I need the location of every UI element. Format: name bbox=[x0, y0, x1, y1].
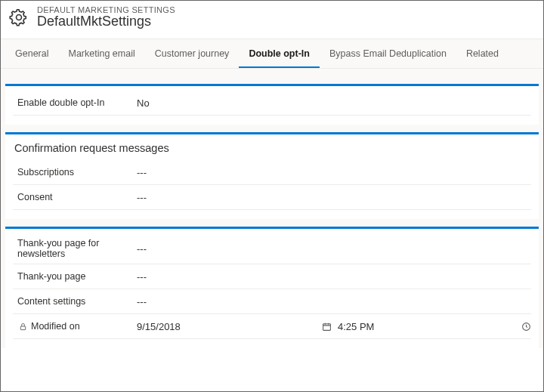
gear-icon bbox=[8, 7, 29, 28]
field-label: Thank-you page for newsletters bbox=[13, 238, 126, 259]
modified-date-value: 9/15/2018 bbox=[137, 321, 181, 332]
tab-marketing-email[interactable]: Marketing email bbox=[58, 39, 144, 68]
tab-bypass-email-dedup[interactable]: Bypass Email Deduplication bbox=[320, 39, 456, 68]
section-confirmation-messages: Confirmation request messages Subscripti… bbox=[5, 132, 539, 219]
field-value: --- bbox=[126, 296, 531, 307]
field-label: Modified on bbox=[13, 321, 126, 332]
svg-point-0 bbox=[17, 15, 22, 20]
field-subscriptions[interactable]: Subscriptions --- bbox=[13, 160, 531, 185]
field-label: Content settings bbox=[13, 296, 126, 307]
field-consent[interactable]: Consent --- bbox=[13, 185, 531, 210]
field-value: --- bbox=[126, 243, 531, 255]
modified-time-value: 4:25 PM bbox=[338, 321, 374, 332]
field-value: No bbox=[126, 97, 531, 109]
tab-double-opt-in[interactable]: Double opt-In bbox=[239, 39, 320, 68]
tab-related[interactable]: Related bbox=[456, 39, 508, 68]
section-pages: Thank-you page for newsletters --- Thank… bbox=[5, 227, 539, 348]
field-label: Enable double opt-In bbox=[13, 97, 126, 108]
field-value: --- bbox=[126, 192, 531, 203]
field-value: --- bbox=[126, 167, 531, 178]
section-double-opt-in: Enable double opt-In No bbox=[5, 84, 539, 125]
section-title: Confirmation request messages bbox=[13, 139, 531, 160]
field-label: Thank-you page bbox=[13, 271, 126, 282]
field-label: Consent bbox=[13, 192, 126, 202]
calendar-icon bbox=[321, 321, 332, 332]
field-thank-you-page[interactable]: Thank-you page --- bbox=[13, 264, 531, 289]
tab-bar: GeneralMarketing emailCustomer journeyDo… bbox=[1, 39, 543, 69]
lock-icon bbox=[17, 321, 28, 332]
field-label-text: Modified on bbox=[31, 321, 80, 332]
field-content-settings[interactable]: Content settings --- bbox=[13, 289, 531, 314]
tab-general[interactable]: General bbox=[5, 39, 58, 68]
field-enable-double-opt-in[interactable]: Enable double opt-In No bbox=[13, 91, 531, 116]
field-thank-you-newsletters[interactable]: Thank-you page for newsletters --- bbox=[13, 233, 531, 264]
page-header: DEFAULT MARKETING SETTINGS DefaultMktSet… bbox=[1, 1, 543, 39]
page-title: DefaultMktSettings bbox=[37, 14, 175, 29]
field-label: Subscriptions bbox=[13, 167, 126, 177]
tab-customer-journey[interactable]: Customer journey bbox=[145, 39, 240, 68]
field-modified-on: Modified on 9/15/2018 4:25 PM bbox=[13, 314, 531, 339]
svg-rect-2 bbox=[323, 323, 330, 330]
field-value: --- bbox=[126, 271, 531, 282]
svg-rect-1 bbox=[20, 326, 25, 330]
clock-icon bbox=[521, 321, 531, 332]
